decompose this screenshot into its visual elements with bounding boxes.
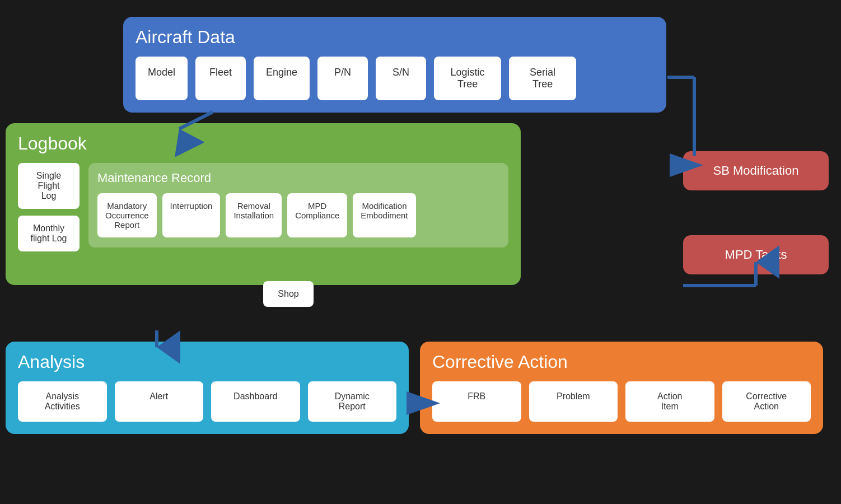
maint-removal-installation[interactable]: RemovalInstallation bbox=[226, 193, 282, 237]
analysis-box: Analysis AnalysisActivities Alert Dashbo… bbox=[6, 342, 409, 434]
diagram-container: Aircraft Data Model Fleet Engine P/N S/N… bbox=[0, 0, 841, 504]
aircraft-data-box: Aircraft Data Model Fleet Engine P/N S/N… bbox=[123, 17, 666, 113]
logbook-box: Logbook Single FlightLog Monthlyflight L… bbox=[6, 123, 521, 285]
corrective-items: FRB Problem ActionItem CorrectiveAction bbox=[432, 381, 811, 422]
logbook-inner: Single FlightLog Monthlyflight Log Maint… bbox=[18, 163, 508, 251]
mpd-tasks-box[interactable]: MPD Tasks bbox=[683, 235, 829, 274]
corrective-frb[interactable]: FRB bbox=[432, 381, 521, 422]
monthly-flight-log[interactable]: Monthlyflight Log bbox=[18, 216, 80, 251]
maint-interruption[interactable]: Interruption bbox=[162, 193, 221, 237]
aircraft-item-pn[interactable]: P/N bbox=[317, 57, 368, 100]
sb-modification-box[interactable]: SB Modification bbox=[683, 151, 829, 190]
maintenance-record-box: Maintenance Record MandatoryOccurrenceRe… bbox=[88, 163, 508, 248]
maintenance-record-title: Maintenance Record bbox=[97, 171, 499, 185]
aircraft-item-sn[interactable]: S/N bbox=[376, 57, 426, 100]
maintenance-items: MandatoryOccurrenceReport Interruption R… bbox=[97, 193, 499, 237]
corrective-action-title: Corrective Action bbox=[432, 352, 811, 372]
corrective-action-action[interactable]: CorrectiveAction bbox=[722, 381, 811, 422]
maint-mandatory-occurrence[interactable]: MandatoryOccurrenceReport bbox=[97, 193, 157, 237]
shop-item[interactable]: Shop bbox=[263, 281, 314, 307]
aircraft-item-serial-tree[interactable]: SerialTree bbox=[509, 57, 576, 100]
analysis-alert[interactable]: Alert bbox=[115, 381, 204, 422]
single-flight-log[interactable]: Single FlightLog bbox=[18, 163, 80, 209]
aircraft-data-title: Aircraft Data bbox=[136, 27, 654, 48]
logbook-left: Single FlightLog Monthlyflight Log bbox=[18, 163, 80, 251]
maint-mpd-compliance[interactable]: MPDCompliance bbox=[287, 193, 347, 237]
aircraft-item-logistic-tree[interactable]: LogisticTree bbox=[434, 57, 501, 100]
analysis-dashboard[interactable]: Dashboard bbox=[211, 381, 300, 422]
analysis-activities[interactable]: AnalysisActivities bbox=[18, 381, 107, 422]
aircraft-item-fleet[interactable]: Fleet bbox=[195, 57, 246, 100]
corrective-action-item[interactable]: ActionItem bbox=[625, 381, 714, 422]
corrective-problem[interactable]: Problem bbox=[529, 381, 618, 422]
corrective-action-box: Corrective Action FRB Problem ActionItem… bbox=[420, 342, 823, 434]
analysis-dynamic-report[interactable]: DynamicReport bbox=[308, 381, 397, 422]
aircraft-item-engine[interactable]: Engine bbox=[254, 57, 310, 100]
sb-modification-label: SB Modification bbox=[694, 164, 817, 178]
aircraft-data-items: Model Fleet Engine P/N S/N LogisticTree … bbox=[136, 57, 654, 100]
mpd-tasks-label: MPD Tasks bbox=[694, 248, 817, 262]
analysis-title: Analysis bbox=[18, 352, 396, 372]
analysis-items: AnalysisActivities Alert Dashboard Dynam… bbox=[18, 381, 396, 422]
maint-modification-embodiment[interactable]: ModificationEmbodiment bbox=[353, 193, 415, 237]
logbook-title: Logbook bbox=[18, 133, 508, 154]
aircraft-item-model[interactable]: Model bbox=[136, 57, 188, 100]
